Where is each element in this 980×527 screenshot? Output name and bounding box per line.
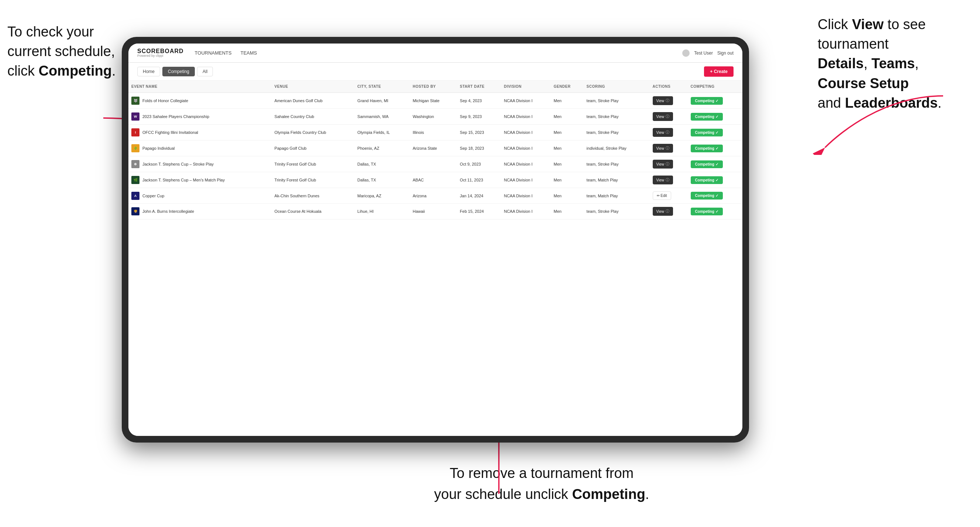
venue-cell: Ocean Course At Hokuala — [272, 203, 355, 219]
city-cell: Dallas, TX — [355, 156, 410, 172]
city-cell: Maricopa, AZ — [355, 188, 410, 203]
table-row: W 2023 Sahalee Players Championship Saha… — [129, 109, 742, 125]
ann-tr-comma2: , — [915, 56, 919, 71]
start-date-cell: Feb 15, 2024 — [457, 203, 501, 219]
table-row: 🦁 John A. Burns Intercollegiate Ocean Co… — [129, 203, 742, 219]
team-logo: A — [131, 192, 140, 200]
team-logo: W — [131, 113, 140, 121]
ann-b-bold: Competing — [572, 486, 645, 502]
gender-cell: Men — [551, 188, 584, 203]
division-cell: NCAA Division I — [501, 172, 551, 188]
table-container: EVENT NAME VENUE CITY, STATE HOSTED BY S… — [129, 81, 742, 436]
table-row: 🌵 Papago Individual Papago Golf ClubPhoe… — [129, 141, 742, 156]
view-button[interactable]: View ⓘ — [653, 207, 673, 216]
city-cell: Lihue, HI — [355, 203, 410, 219]
competing-cell: Competing ✓ — [688, 109, 742, 125]
ann-tr-comma: , — [864, 56, 872, 71]
competing-button[interactable]: Competing ✓ — [691, 208, 723, 215]
ann-b-1: To remove a tournament from — [450, 465, 633, 481]
tab-competing[interactable]: Competing — [162, 67, 195, 76]
start-date-cell: Jan 14, 2024 — [457, 188, 501, 203]
scoring-cell: team, Stroke Play — [584, 125, 650, 141]
venue-cell: Papago Golf Club — [272, 141, 355, 156]
view-button[interactable]: View ⓘ — [653, 176, 673, 184]
event-name: Folds of Honor Collegiate — [142, 98, 188, 103]
venue-cell: American Dunes Golf Club — [272, 92, 355, 109]
hosted-by-cell: Arizona State — [410, 141, 457, 156]
hosted-by-cell: Michigan State — [410, 92, 457, 109]
venue-cell: Trinity Forest Golf Club — [272, 156, 355, 172]
team-logo: 🐺 — [131, 97, 140, 105]
hosted-by-cell — [410, 156, 457, 172]
col-event-name: EVENT NAME — [129, 81, 272, 92]
event-name-cell: 🦁 John A. Burns Intercollegiate — [129, 203, 272, 219]
nav-link-teams[interactable]: TEAMS — [240, 50, 257, 56]
filter-tabs: Home Competing All — [137, 67, 213, 76]
competing-button[interactable]: Competing ✓ — [691, 97, 723, 105]
division-cell: NCAA Division I — [501, 92, 551, 109]
action-cell: ✏ Edit — [650, 188, 688, 203]
gender-cell: Men — [551, 141, 584, 156]
competing-button[interactable]: Competing ✓ — [691, 176, 723, 184]
view-button[interactable]: View ⓘ — [653, 128, 673, 137]
arrow-competing-right-top — [810, 89, 950, 155]
city-cell: Dallas, TX — [355, 172, 410, 188]
edit-button[interactable]: ✏ Edit — [653, 191, 671, 200]
hosted-by-cell: Arizona — [410, 188, 457, 203]
start-date-cell: Oct 11, 2023 — [457, 172, 501, 188]
annotation-line3: click — [7, 63, 38, 79]
action-cell: View ⓘ — [650, 92, 688, 109]
city-cell: Grand Haven, MI — [355, 92, 410, 109]
city-cell: Sammamish, WA — [355, 109, 410, 125]
scoring-cell: team, Stroke Play — [584, 109, 650, 125]
annotation-line1: To check your — [7, 24, 94, 40]
annotation-period: . — [112, 63, 116, 79]
ann-tr-bold2: Details — [818, 56, 864, 71]
nav-user-text: Test User — [694, 51, 713, 56]
competing-button[interactable]: Competing ✓ — [691, 160, 723, 168]
view-button[interactable]: View ⓘ — [653, 160, 673, 168]
col-gender: GENDER — [551, 81, 584, 92]
hosted-by-cell: Illinois — [410, 125, 457, 141]
annotation-bold: Competing — [38, 63, 111, 79]
team-logo: I — [131, 129, 140, 137]
filter-bar: Home Competing All + Create — [129, 63, 742, 81]
team-logo: 🌵 — [131, 144, 140, 152]
tab-home[interactable]: Home — [137, 67, 160, 76]
venue-cell: Ak-Chin Southern Dunes — [272, 188, 355, 203]
team-logo: 🌿 — [131, 176, 140, 184]
competing-button[interactable]: Competing ✓ — [691, 113, 723, 121]
competing-button[interactable]: Competing ✓ — [691, 144, 723, 152]
table-row: 🐺 Folds of Honor Collegiate American Dun… — [129, 92, 742, 109]
view-button[interactable]: View ⓘ — [653, 144, 673, 153]
competing-button[interactable]: Competing ✓ — [691, 129, 723, 137]
col-competing: COMPETING — [688, 81, 742, 92]
nav-signout[interactable]: Sign out — [717, 51, 733, 56]
event-name-cell: 🐺 Folds of Honor Collegiate — [129, 92, 272, 109]
city-cell: Phoenix, AZ — [355, 141, 410, 156]
view-button[interactable]: View ⓘ — [653, 112, 673, 121]
view-button[interactable]: View ⓘ — [653, 96, 673, 105]
event-name: Papago Individual — [142, 146, 175, 151]
table-row: 🌿 Jackson T. Stephens Cup – Men's Match … — [129, 172, 742, 188]
nav-link-tournaments[interactable]: TOURNAMENTS — [195, 50, 232, 56]
scoring-cell: team, Stroke Play — [584, 203, 650, 219]
hosted-by-cell: ABAC — [410, 172, 457, 188]
action-cell: View ⓘ — [650, 156, 688, 172]
ann-b-period: . — [645, 486, 649, 502]
ann-tr-3: tournament — [818, 36, 888, 52]
tab-all[interactable]: All — [197, 67, 213, 76]
gender-cell: Men — [551, 109, 584, 125]
hosted-by-cell: Washington — [410, 109, 457, 125]
scoring-cell: individual, Stroke Play — [584, 141, 650, 156]
action-cell: View ⓘ — [650, 141, 688, 156]
start-date-cell: Sep 15, 2023 — [457, 125, 501, 141]
create-button[interactable]: + Create — [704, 67, 733, 77]
ann-tr-1: Click — [818, 17, 852, 32]
competing-cell: Competing ✓ — [688, 141, 742, 156]
competing-cell: Competing ✓ — [688, 92, 742, 109]
competing-button[interactable]: Competing ✓ — [691, 192, 723, 200]
venue-cell: Olympia Fields Country Club — [272, 125, 355, 141]
annotation-top-left: To check your current schedule, click Co… — [7, 22, 126, 81]
event-name: Copper Cup — [142, 194, 164, 198]
